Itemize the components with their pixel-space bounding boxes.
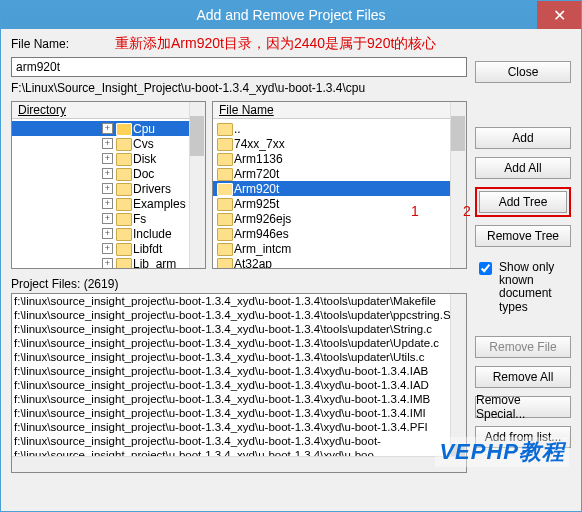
expander-icon[interactable]: + bbox=[102, 198, 113, 209]
directory-name: Disk bbox=[133, 152, 156, 166]
expander-icon[interactable]: + bbox=[102, 258, 113, 269]
directory-item[interactable]: +Lib_arm bbox=[12, 256, 205, 269]
file-item[interactable]: 74xx_7xx bbox=[213, 136, 466, 151]
dialog-window: Add and Remove Project Files ✕ 1 2 File … bbox=[0, 0, 582, 512]
project-file-line[interactable]: f:\linux\source_insight_project\u-boot-1… bbox=[12, 322, 466, 336]
window-title: Add and Remove Project Files bbox=[196, 7, 385, 23]
file-name: 74xx_7xx bbox=[234, 137, 285, 151]
file-item[interactable]: .. bbox=[213, 121, 466, 136]
expander-icon[interactable]: + bbox=[102, 168, 113, 179]
project-file-line[interactable]: f:\linux\source_insight_project\u-boot-1… bbox=[12, 434, 466, 448]
folder-icon bbox=[116, 198, 130, 209]
annotation-marker-2: 2 bbox=[463, 203, 471, 219]
folder-icon bbox=[116, 123, 130, 134]
directory-name: Lib_arm bbox=[133, 257, 176, 270]
file-item[interactable]: Arm925t bbox=[213, 196, 466, 211]
folder-icon bbox=[116, 153, 130, 164]
file-pane[interactable]: File Name ..74xx_7xxArm1136Arm720tArm920… bbox=[212, 101, 467, 269]
show-known-types-label: Show only known document types bbox=[499, 261, 571, 314]
expander-icon[interactable]: + bbox=[102, 183, 113, 194]
folder-icon bbox=[116, 183, 130, 194]
directory-item[interactable]: +Include bbox=[12, 226, 205, 241]
directory-name: Drivers bbox=[133, 182, 171, 196]
folder-icon bbox=[217, 243, 231, 254]
expander-icon[interactable]: + bbox=[102, 153, 113, 164]
project-file-line[interactable]: f:\linux\source_insight_project\u-boot-1… bbox=[12, 406, 466, 420]
file-name: Arm1136 bbox=[234, 152, 283, 166]
window-close-button[interactable]: ✕ bbox=[537, 1, 581, 29]
directory-scrollbar[interactable] bbox=[189, 102, 205, 268]
add-tree-button[interactable]: Add Tree bbox=[479, 191, 567, 213]
project-file-line[interactable]: f:\linux\source_insight_project\u-boot-1… bbox=[12, 364, 466, 378]
file-name: Arm946es bbox=[234, 227, 289, 241]
project-scrollbar-h[interactable] bbox=[12, 456, 466, 472]
file-item[interactable]: Arm920t bbox=[213, 181, 466, 196]
directory-item[interactable]: +Cvs bbox=[12, 136, 205, 151]
directory-item[interactable]: +Doc bbox=[12, 166, 205, 181]
expander-icon[interactable]: + bbox=[102, 123, 113, 134]
watermark: VEPHP教程 bbox=[435, 437, 569, 467]
directory-item[interactable]: +Drivers bbox=[12, 181, 205, 196]
project-files-list[interactable]: f:\linux\source_insight_project\u-boot-1… bbox=[11, 293, 467, 473]
directory-item[interactable]: +Cpu bbox=[12, 121, 205, 136]
project-file-line[interactable]: f:\linux\source_insight_project\u-boot-1… bbox=[12, 378, 466, 392]
add-button[interactable]: Add bbox=[475, 127, 571, 149]
folder-icon bbox=[217, 138, 231, 149]
directory-pane[interactable]: Directory +Cpu+Cvs+Disk+Doc+Drivers+Exam… bbox=[11, 101, 206, 269]
directory-name: Cvs bbox=[133, 137, 154, 151]
directory-item[interactable]: +Examples bbox=[12, 196, 205, 211]
project-file-line[interactable]: f:\linux\source_insight_project\u-boot-1… bbox=[12, 420, 466, 434]
directory-name: Examples bbox=[133, 197, 186, 211]
file-item[interactable]: Arm1136 bbox=[213, 151, 466, 166]
folder-icon bbox=[217, 228, 231, 239]
remove-tree-button[interactable]: Remove Tree bbox=[475, 225, 571, 247]
file-item[interactable]: Arm926ejs bbox=[213, 211, 466, 226]
folder-icon bbox=[217, 198, 231, 209]
file-name-input[interactable] bbox=[11, 57, 467, 77]
expander-icon[interactable]: + bbox=[102, 138, 113, 149]
current-path: F:\Linux\Source_Insight_Project\u-boot-1… bbox=[11, 81, 467, 95]
folder-icon bbox=[116, 243, 130, 254]
folder-icon bbox=[217, 168, 231, 179]
directory-item[interactable]: +Fs bbox=[12, 211, 205, 226]
project-file-line[interactable]: f:\linux\source_insight_project\u-boot-1… bbox=[12, 308, 466, 322]
directory-item[interactable]: +Libfdt bbox=[12, 241, 205, 256]
folder-icon bbox=[116, 168, 130, 179]
show-known-types-row[interactable]: Show only known document types bbox=[475, 261, 571, 314]
remove-all-button[interactable]: Remove All bbox=[475, 366, 571, 388]
show-known-types-checkbox[interactable] bbox=[479, 262, 492, 275]
expander-icon[interactable]: + bbox=[102, 228, 113, 239]
directory-name: Libfdt bbox=[133, 242, 162, 256]
file-item[interactable]: Arm720t bbox=[213, 166, 466, 181]
folder-icon bbox=[116, 258, 130, 269]
directory-item[interactable]: +Disk bbox=[12, 151, 205, 166]
folder-icon bbox=[116, 213, 130, 224]
project-file-line[interactable]: f:\linux\source_insight_project\u-boot-1… bbox=[12, 392, 466, 406]
file-item[interactable]: Arm_intcm bbox=[213, 241, 466, 256]
directory-name: Fs bbox=[133, 212, 146, 226]
file-scrollbar[interactable] bbox=[450, 102, 466, 268]
project-file-line[interactable]: f:\linux\source_insight_project\u-boot-1… bbox=[12, 350, 466, 364]
file-name: Arm920t bbox=[234, 182, 279, 196]
directory-name: Include bbox=[133, 227, 172, 241]
directory-header: Directory bbox=[12, 102, 205, 119]
project-file-line[interactable]: f:\linux\source_insight_project\u-boot-1… bbox=[12, 336, 466, 350]
folder-up-icon bbox=[217, 123, 231, 134]
remove-file-button[interactable]: Remove File bbox=[475, 336, 571, 358]
expander-icon[interactable]: + bbox=[102, 213, 113, 224]
file-item[interactable]: Arm946es bbox=[213, 226, 466, 241]
file-item[interactable]: At32ap bbox=[213, 256, 466, 269]
folder-icon bbox=[217, 183, 231, 194]
folder-icon bbox=[116, 228, 130, 239]
file-name: Arm926ejs bbox=[234, 212, 291, 226]
add-tree-highlight: Add Tree bbox=[475, 187, 571, 217]
expander-icon[interactable]: + bbox=[102, 243, 113, 254]
folder-icon bbox=[217, 213, 231, 224]
directory-name: Cpu bbox=[133, 122, 155, 136]
add-all-button[interactable]: Add All bbox=[475, 157, 571, 179]
remove-special-button[interactable]: Remove Special... bbox=[475, 396, 571, 418]
close-button[interactable]: Close bbox=[475, 61, 571, 83]
project-file-line[interactable]: f:\linux\source_insight_project\u-boot-1… bbox=[12, 294, 466, 308]
close-icon: ✕ bbox=[553, 6, 566, 25]
file-name: Arm720t bbox=[234, 167, 279, 181]
